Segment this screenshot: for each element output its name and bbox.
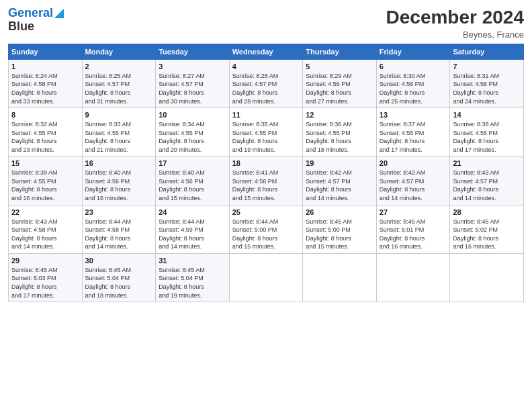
table-cell: 29Sunrise: 8:45 AM Sunset: 5:03 PM Dayli… — [9, 253, 83, 302]
table-cell: 11Sunrise: 8:35 AM Sunset: 4:55 PM Dayli… — [229, 108, 303, 156]
day-number: 26 — [306, 208, 373, 218]
calendar-table: Sunday Monday Tuesday Wednesday Thursday… — [8, 44, 524, 302]
table-cell: 30Sunrise: 8:45 AM Sunset: 5:04 PM Dayli… — [82, 253, 156, 302]
header-saturday: Saturday — [450, 44, 524, 60]
header-tuesday: Tuesday — [156, 44, 230, 60]
day-number: 9 — [85, 110, 153, 120]
logo-text: General — [8, 7, 53, 20]
day-info: Sunrise: 8:44 AM Sunset: 4:59 PM Dayligh… — [159, 218, 226, 251]
table-cell: 17Sunrise: 8:40 AM Sunset: 4:56 PM Dayli… — [156, 156, 230, 205]
table-cell: 21Sunrise: 8:43 AM Sunset: 4:57 PM Dayli… — [450, 156, 524, 205]
logo: General Blue — [8, 7, 64, 34]
table-cell: 24Sunrise: 8:44 AM Sunset: 4:59 PM Dayli… — [156, 205, 230, 253]
table-cell: 7Sunrise: 8:31 AM Sunset: 4:56 PM Daylig… — [450, 60, 524, 108]
day-info: Sunrise: 8:45 AM Sunset: 5:02 PM Dayligh… — [453, 218, 521, 251]
day-info: Sunrise: 8:34 AM Sunset: 4:55 PM Dayligh… — [159, 120, 226, 154]
table-cell — [450, 253, 524, 302]
table-cell: 14Sunrise: 8:38 AM Sunset: 4:55 PM Dayli… — [450, 108, 524, 156]
table-row: 15Sunrise: 8:39 AM Sunset: 4:55 PM Dayli… — [9, 156, 524, 205]
table-cell: 27Sunrise: 8:45 AM Sunset: 5:01 PM Dayli… — [376, 205, 450, 253]
day-number: 10 — [159, 110, 226, 120]
day-info: Sunrise: 8:41 AM Sunset: 4:56 PM Dayligh… — [232, 169, 300, 202]
table-cell — [376, 253, 450, 302]
table-row: 1Sunrise: 8:24 AM Sunset: 4:58 PM Daylig… — [9, 60, 524, 108]
day-info: Sunrise: 8:39 AM Sunset: 4:55 PM Dayligh… — [11, 169, 79, 202]
table-cell: 19Sunrise: 8:42 AM Sunset: 4:57 PM Dayli… — [303, 156, 377, 205]
day-number: 25 — [232, 208, 300, 218]
day-info: Sunrise: 8:40 AM Sunset: 4:56 PM Dayligh… — [85, 169, 153, 202]
day-info: Sunrise: 8:27 AM Sunset: 4:57 PM Dayligh… — [159, 72, 226, 105]
day-number: 8 — [11, 110, 79, 120]
page-header: General Blue December 2024 Beynes, Franc… — [8, 7, 524, 40]
day-number: 30 — [85, 256, 153, 266]
day-info: Sunrise: 8:38 AM Sunset: 4:55 PM Dayligh… — [453, 120, 521, 154]
day-info: Sunrise: 8:40 AM Sunset: 4:56 PM Dayligh… — [159, 169, 226, 202]
logo-blue-text: Blue — [8, 20, 34, 34]
table-cell: 18Sunrise: 8:41 AM Sunset: 4:56 PM Dayli… — [229, 156, 303, 205]
table-cell: 4Sunrise: 8:28 AM Sunset: 4:57 PM Daylig… — [229, 60, 303, 108]
day-info: Sunrise: 8:24 AM Sunset: 4:58 PM Dayligh… — [11, 72, 79, 105]
table-cell: 13Sunrise: 8:37 AM Sunset: 4:55 PM Dayli… — [376, 108, 450, 156]
calendar-subtitle: Beynes, France — [386, 30, 524, 40]
day-number: 22 — [11, 208, 79, 218]
header-row: Sunday Monday Tuesday Wednesday Thursday… — [9, 44, 524, 60]
table-cell: 5Sunrise: 8:29 AM Sunset: 4:56 PM Daylig… — [303, 60, 377, 108]
table-cell: 6Sunrise: 8:30 AM Sunset: 4:56 PM Daylig… — [376, 60, 450, 108]
day-info: Sunrise: 8:45 AM Sunset: 5:01 PM Dayligh… — [380, 218, 447, 251]
table-cell: 23Sunrise: 8:44 AM Sunset: 4:58 PM Dayli… — [82, 205, 156, 253]
table-cell: 8Sunrise: 8:32 AM Sunset: 4:55 PM Daylig… — [9, 108, 83, 156]
day-number: 31 — [159, 256, 226, 266]
day-info: Sunrise: 8:37 AM Sunset: 4:55 PM Dayligh… — [380, 120, 447, 154]
day-info: Sunrise: 8:29 AM Sunset: 4:56 PM Dayligh… — [306, 72, 373, 105]
table-cell — [303, 253, 377, 302]
day-number: 4 — [232, 62, 300, 72]
day-number: 29 — [11, 256, 79, 266]
title-block: December 2024 Beynes, France — [386, 7, 524, 40]
table-cell: 2Sunrise: 8:25 AM Sunset: 4:57 PM Daylig… — [82, 60, 156, 108]
day-info: Sunrise: 8:42 AM Sunset: 4:57 PM Dayligh… — [380, 169, 447, 202]
day-number: 5 — [306, 62, 373, 72]
header-wednesday: Wednesday — [229, 44, 303, 60]
day-info: Sunrise: 8:31 AM Sunset: 4:56 PM Dayligh… — [453, 72, 521, 105]
day-number: 14 — [453, 110, 521, 120]
day-number: 17 — [159, 158, 226, 169]
table-cell: 9Sunrise: 8:33 AM Sunset: 4:55 PM Daylig… — [82, 108, 156, 156]
day-number: 15 — [11, 158, 79, 169]
table-cell: 3Sunrise: 8:27 AM Sunset: 4:57 PM Daylig… — [156, 60, 230, 108]
day-number: 16 — [85, 158, 153, 169]
day-info: Sunrise: 8:45 AM Sunset: 5:04 PM Dayligh… — [159, 266, 226, 300]
day-info: Sunrise: 8:45 AM Sunset: 5:00 PM Dayligh… — [306, 218, 373, 251]
header-friday: Friday — [376, 44, 450, 60]
table-cell: 10Sunrise: 8:34 AM Sunset: 4:55 PM Dayli… — [156, 108, 230, 156]
table-cell: 31Sunrise: 8:45 AM Sunset: 5:04 PM Dayli… — [156, 253, 230, 302]
day-number: 12 — [306, 110, 373, 120]
day-info: Sunrise: 8:33 AM Sunset: 4:55 PM Dayligh… — [85, 120, 153, 154]
header-thursday: Thursday — [303, 44, 377, 60]
calendar-container: General Blue December 2024 Beynes, Franc… — [0, 0, 532, 411]
day-number: 1 — [11, 62, 79, 72]
day-info: Sunrise: 8:44 AM Sunset: 4:58 PM Dayligh… — [85, 218, 153, 251]
day-info: Sunrise: 8:30 AM Sunset: 4:56 PM Dayligh… — [380, 72, 447, 105]
day-info: Sunrise: 8:25 AM Sunset: 4:57 PM Dayligh… — [85, 72, 153, 105]
day-info: Sunrise: 8:45 AM Sunset: 5:04 PM Dayligh… — [85, 266, 153, 300]
day-number: 21 — [453, 158, 521, 169]
table-cell: 12Sunrise: 8:36 AM Sunset: 4:55 PM Dayli… — [303, 108, 377, 156]
table-cell: 26Sunrise: 8:45 AM Sunset: 5:00 PM Dayli… — [303, 205, 377, 253]
day-number: 23 — [85, 208, 153, 218]
day-number: 7 — [453, 62, 521, 72]
day-number: 6 — [380, 62, 447, 72]
table-cell: 16Sunrise: 8:40 AM Sunset: 4:56 PM Dayli… — [82, 156, 156, 205]
table-cell: 28Sunrise: 8:45 AM Sunset: 5:02 PM Dayli… — [450, 205, 524, 253]
day-number: 18 — [232, 158, 300, 169]
table-cell: 25Sunrise: 8:44 AM Sunset: 5:00 PM Dayli… — [229, 205, 303, 253]
logo-triangle-icon — [54, 9, 64, 18]
day-number: 24 — [159, 208, 226, 218]
day-info: Sunrise: 8:45 AM Sunset: 5:03 PM Dayligh… — [11, 266, 79, 300]
day-info: Sunrise: 8:42 AM Sunset: 4:57 PM Dayligh… — [306, 169, 373, 202]
day-number: 28 — [453, 208, 521, 218]
day-info: Sunrise: 8:36 AM Sunset: 4:55 PM Dayligh… — [306, 120, 373, 154]
table-cell — [229, 253, 303, 302]
table-row: 22Sunrise: 8:43 AM Sunset: 4:58 PM Dayli… — [9, 205, 524, 253]
header-sunday: Sunday — [9, 44, 83, 60]
day-number: 27 — [380, 208, 447, 218]
